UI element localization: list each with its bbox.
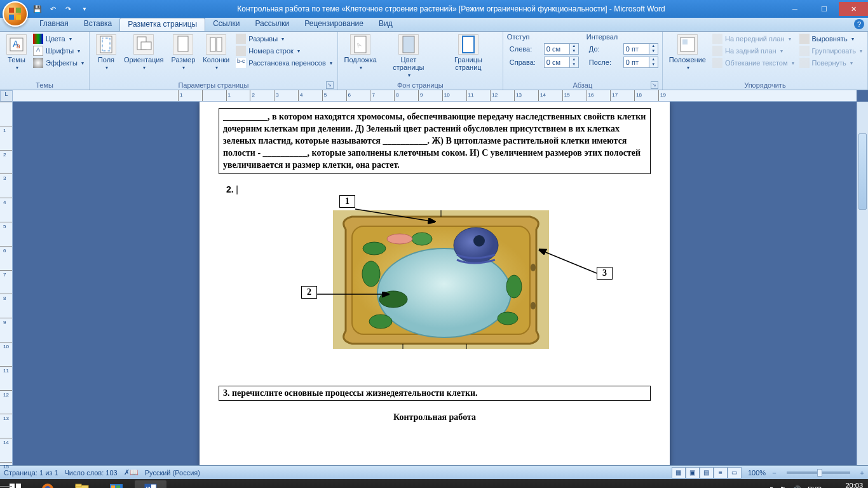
hyphenation-button[interactable]: b-cРасстановка переносов▾ bbox=[234, 57, 333, 69]
taskbar-firefox[interactable] bbox=[32, 480, 64, 488]
zoom-in-button[interactable]: + bbox=[860, 469, 864, 477]
svg-point-32 bbox=[387, 234, 412, 244]
spacing-after-input[interactable]: 0 пт▲▼ bbox=[623, 57, 658, 68]
orientation-icon bbox=[133, 34, 154, 55]
tray-clock[interactable]: 20:03 11.12.2016 bbox=[828, 482, 863, 488]
help-button[interactable]: ? bbox=[854, 19, 864, 29]
rotate-button[interactable]: Повернуть▾ bbox=[798, 57, 864, 69]
svg-point-34 bbox=[531, 302, 536, 309]
text-wrap-button[interactable]: Обтекание текстом▾ bbox=[711, 57, 796, 69]
ruler-corner[interactable]: L bbox=[0, 90, 13, 102]
theme-colors-button[interactable]: Цвета▾ bbox=[32, 33, 85, 44]
window-controls: ─ ☐ ✕ bbox=[780, 2, 868, 16]
svg-rect-1 bbox=[16, 8, 21, 13]
send-back-button[interactable]: На задний план▾ bbox=[711, 45, 796, 57]
bring-front-button[interactable]: На передний план▾ bbox=[711, 33, 796, 44]
undo-icon[interactable]: ↶ bbox=[47, 3, 58, 15]
page-color-button[interactable]: Цвет страницы▾ bbox=[382, 33, 435, 79]
themes-button[interactable]: Aa Темы▾ bbox=[4, 33, 29, 72]
question-1-text[interactable]: __________, в котором находятся хромосом… bbox=[219, 108, 651, 174]
quick-access-toolbar: 💾 ↶ ↷ ▼ bbox=[32, 3, 90, 15]
page: __________, в котором находятся хромосом… bbox=[200, 102, 670, 465]
tab-mailings[interactable]: Рассылки bbox=[247, 18, 297, 31]
tray-battery-icon[interactable]: ▮ bbox=[770, 485, 773, 489]
view-web[interactable]: ▤ bbox=[700, 467, 714, 478]
question-2-label[interactable]: 2. | bbox=[226, 184, 651, 195]
taskbar: W ▴ ▮ ⚑ 🔊 РУС 20:03 11.12.2016 bbox=[0, 479, 868, 488]
tray-language[interactable]: РУС bbox=[808, 485, 822, 488]
close-button[interactable]: ✕ bbox=[839, 2, 868, 16]
tab-page-layout[interactable]: Разметка страницы bbox=[119, 18, 205, 31]
maximize-button[interactable]: ☐ bbox=[810, 2, 839, 16]
qat-dropdown-icon[interactable]: ▼ bbox=[79, 3, 90, 15]
spacing-before-input[interactable]: 0 пт▲▼ bbox=[623, 43, 658, 55]
page-setup-launcher[interactable]: ↘ bbox=[326, 81, 334, 89]
zoom-level[interactable]: 100% bbox=[748, 469, 766, 477]
view-outline[interactable]: ≡ bbox=[714, 467, 728, 478]
svg-rect-19 bbox=[682, 39, 688, 44]
window-title: Контрольная работа по теме «Клеточное ст… bbox=[90, 4, 780, 13]
group-button[interactable]: Группировать▾ bbox=[798, 45, 864, 57]
save-icon[interactable]: 💾 bbox=[32, 3, 43, 15]
position-icon bbox=[677, 34, 698, 55]
zoom-out-button[interactable]: − bbox=[772, 469, 776, 477]
spellcheck-icon[interactable]: ✗📖 bbox=[124, 468, 139, 477]
scrollbar-thumb[interactable] bbox=[858, 133, 867, 210]
svg-rect-16 bbox=[403, 36, 414, 53]
hyphenation-icon: b-c bbox=[236, 58, 246, 68]
tab-insert[interactable]: Вставка bbox=[76, 18, 120, 31]
zoom-slider[interactable] bbox=[787, 471, 850, 474]
horizontal-ruler[interactable]: 112345678910111213141516171819 bbox=[13, 90, 857, 102]
redo-icon[interactable]: ↷ bbox=[62, 3, 74, 15]
indent-left-input[interactable]: 0 см▲▼ bbox=[544, 43, 579, 55]
svg-rect-13 bbox=[217, 37, 222, 51]
page-borders-button[interactable]: Границы страниц bbox=[438, 33, 499, 72]
size-button[interactable]: Размер▾ bbox=[168, 33, 198, 72]
tab-references[interactable]: Ссылки bbox=[205, 18, 247, 31]
document-area[interactable]: __________, в котором находятся хромосом… bbox=[13, 102, 857, 465]
group-themes: Aa Темы▾ Цвета▾ AШрифты▾ Эффекты▾ Темы bbox=[0, 32, 90, 90]
office-button[interactable] bbox=[3, 1, 28, 27]
tray-chevron-icon[interactable]: ▴ bbox=[759, 485, 763, 489]
size-icon bbox=[173, 34, 193, 55]
minimize-button[interactable]: ─ bbox=[780, 2, 810, 16]
watermark-button[interactable]: AПодложка▾ bbox=[342, 33, 379, 72]
margins-button[interactable]: Поля▾ bbox=[93, 33, 119, 72]
indent-header: Отступ bbox=[507, 33, 579, 41]
position-button[interactable]: Положение▾ bbox=[667, 33, 709, 72]
vertical-scrollbar[interactable] bbox=[857, 102, 868, 465]
tab-view[interactable]: Вид bbox=[371, 18, 400, 31]
view-draft[interactable]: ▭ bbox=[728, 467, 742, 478]
status-words[interactable]: Число слов: 103 bbox=[65, 469, 118, 477]
theme-effects-button[interactable]: Эффекты▾ bbox=[32, 57, 85, 69]
svg-point-26 bbox=[362, 261, 380, 287]
document-footer-title[interactable]: Контрольная работа bbox=[219, 412, 651, 423]
align-button[interactable]: Выровнять▾ bbox=[798, 33, 864, 44]
orientation-button[interactable]: Ориентация▾ bbox=[121, 33, 166, 72]
effects-icon bbox=[33, 58, 43, 68]
svg-rect-42 bbox=[16, 484, 21, 488]
group-page-setup-label: Параметры страницы bbox=[178, 81, 248, 89]
taskbar-app[interactable] bbox=[100, 480, 132, 488]
taskbar-word[interactable]: W bbox=[135, 480, 166, 488]
theme-fonts-button[interactable]: AШрифты▾ bbox=[32, 45, 85, 57]
status-language[interactable]: Русский (Россия) bbox=[145, 469, 200, 477]
breaks-button[interactable]: Разрывы▾ bbox=[234, 33, 333, 44]
view-full-screen[interactable]: ▣ bbox=[686, 467, 700, 478]
columns-button[interactable]: Колонки▾ bbox=[200, 33, 232, 72]
tab-home[interactable]: Главная bbox=[32, 18, 76, 31]
tab-review[interactable]: Рецензирование bbox=[297, 18, 371, 31]
svg-rect-12 bbox=[210, 37, 215, 51]
tray-volume-icon[interactable]: 🔊 bbox=[792, 485, 801, 489]
line-numbers-button[interactable]: Номера строк▾ bbox=[234, 45, 333, 57]
view-print-layout[interactable]: ▦ bbox=[672, 467, 686, 478]
question-3-text[interactable]: 3. перечислите основные процессы жизнеде… bbox=[219, 386, 651, 401]
spacing-header: Интервал bbox=[587, 33, 658, 41]
taskbar-explorer[interactable] bbox=[66, 480, 98, 488]
tray-network-icon[interactable]: ⚑ bbox=[780, 485, 786, 489]
vertical-ruler[interactable]: 123456789101112131415161718 bbox=[0, 102, 13, 465]
group-page-setup: Поля▾ Ориентация▾ Размер▾ Колонки▾ Разры… bbox=[90, 32, 338, 90]
indent-right-input[interactable]: 0 см▲▼ bbox=[544, 57, 579, 68]
paragraph-launcher[interactable]: ↘ bbox=[651, 81, 658, 89]
view-buttons: ▦ ▣ ▤ ≡ ▭ bbox=[672, 467, 742, 478]
